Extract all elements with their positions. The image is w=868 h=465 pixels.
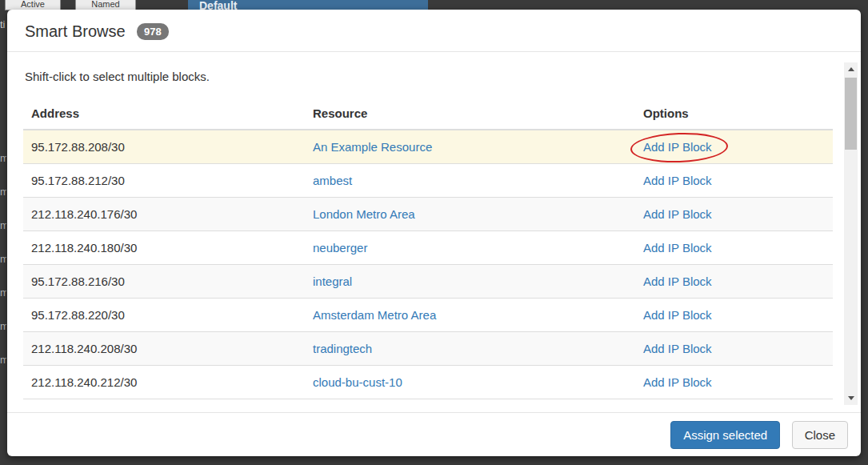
- background-text-fragment: m: [0, 321, 6, 332]
- resource-link[interactable]: ambest: [313, 174, 352, 187]
- scroll-down-button[interactable]: [844, 391, 858, 405]
- address-cell: 95.172.88.220/30: [23, 299, 305, 332]
- table-row[interactable]: 212.118.240.180/30 neuberger Add IP Bloc…: [23, 231, 833, 265]
- arrow-up-icon: [848, 67, 854, 71]
- background-text-fragment: m: [0, 186, 6, 198]
- modal-body: Shift-click to select multiple blocks. A…: [7, 70, 861, 399]
- modal-title: Smart Browse: [25, 22, 126, 41]
- address-cell: 95.172.88.212/30: [23, 164, 305, 198]
- address-cell: 212.118.240.212/30: [23, 366, 305, 399]
- address-cell: 212.118.240.176/30: [23, 198, 305, 231]
- add-ip-block-link[interactable]: Add IP Block: [643, 241, 712, 255]
- add-ip-block-link[interactable]: Add IP Block: [643, 174, 712, 187]
- arrow-down-icon: [848, 396, 854, 400]
- background-text-fragment: m: [0, 254, 6, 265]
- background-text-fragment: m: [0, 287, 6, 299]
- resource-link[interactable]: tradingtech: [313, 342, 372, 355]
- ip-blocks-table: Address Resource Options 95.172.88.208/3…: [23, 98, 833, 399]
- column-header-options: Options: [635, 98, 833, 130]
- modal-footer: Assign selected Close: [7, 412, 861, 456]
- add-ip-block-link[interactable]: Add IP Block: [643, 275, 712, 288]
- table-row[interactable]: 212.118.240.208/30 tradingtech Add IP Bl…: [23, 332, 833, 366]
- table-header-row: Address Resource Options: [23, 98, 833, 130]
- table-row[interactable]: 95.172.88.216/30 integral Add IP Block: [23, 265, 833, 299]
- resource-link[interactable]: cloud-bu-cust-10: [313, 375, 402, 389]
- table-row[interactable]: 212.118.240.212/30 cloud-bu-cust-10 Add …: [23, 366, 833, 399]
- count-badge: 978: [137, 23, 169, 40]
- address-cell: 212.118.240.180/30: [23, 231, 305, 265]
- add-ip-block-link[interactable]: Add IP Block: [643, 207, 712, 221]
- background-text-fragment: m: [0, 153, 6, 164]
- table-row[interactable]: 95.172.88.212/30 ambest Add IP Block: [23, 164, 833, 198]
- address-cell: 95.172.88.208/30: [23, 130, 305, 164]
- address-cell: 212.118.240.208/30: [23, 332, 305, 366]
- scroll-up-button[interactable]: [844, 62, 858, 76]
- resource-link[interactable]: neuberger: [313, 241, 367, 255]
- close-button[interactable]: Close: [792, 421, 848, 449]
- resource-link[interactable]: Amsterdam Metro Area: [313, 308, 436, 322]
- background-text-fragment: m: [0, 220, 6, 231]
- background-text-fragment: ti: [0, 19, 6, 30]
- resource-link[interactable]: integral: [313, 275, 352, 288]
- resource-link[interactable]: An Example Resource: [313, 140, 432, 154]
- add-ip-block-link[interactable]: Add IP Block: [643, 375, 712, 389]
- assign-selected-button[interactable]: Assign selected: [670, 421, 780, 449]
- table-row[interactable]: 95.172.88.208/30 An Example Resource Add…: [23, 130, 833, 164]
- modal-header: Smart Browse 978: [7, 10, 861, 52]
- table-row[interactable]: 212.118.240.176/30 London Metro Area Add…: [23, 198, 833, 231]
- column-header-resource: Resource: [305, 98, 635, 130]
- scrollbar-thumb[interactable]: [845, 78, 857, 150]
- add-ip-block-link[interactable]: Add IP Block: [643, 140, 712, 154]
- instruction-text: Shift-click to select multiple blocks.: [25, 70, 845, 83]
- smart-browse-modal: Smart Browse 978 Shift-click to select m…: [7, 10, 861, 456]
- add-ip-block-link[interactable]: Add IP Block: [643, 308, 712, 322]
- background-text-fragment: m: [0, 355, 6, 366]
- table-row[interactable]: 95.172.88.220/30 Amsterdam Metro Area Ad…: [23, 299, 833, 332]
- resource-link[interactable]: London Metro Area: [313, 207, 415, 221]
- vertical-scrollbar[interactable]: [844, 62, 858, 405]
- address-cell: 95.172.88.216/30: [23, 265, 305, 299]
- add-ip-block-link[interactable]: Add IP Block: [643, 342, 712, 355]
- column-header-address: Address: [23, 98, 305, 130]
